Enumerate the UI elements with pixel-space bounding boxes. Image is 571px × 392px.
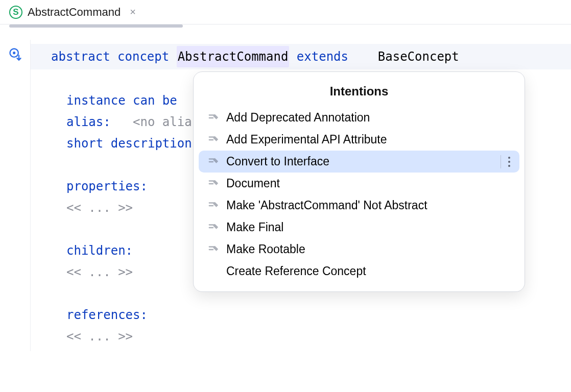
more-options-icon[interactable] — [501, 155, 510, 168]
intention-label: Add Experimental API Attribute — [226, 133, 387, 146]
intention-item[interactable]: Document — [199, 173, 519, 194]
keyword-abstract: abstract — [51, 46, 110, 67]
editor-tab-abstractcommand[interactable]: S AbstractCommand — [9, 0, 121, 24]
intention-item[interactable]: Create Reference Concept — [199, 260, 519, 282]
intention-icon — [208, 134, 219, 145]
intention-label: Convert to Interface — [226, 155, 329, 168]
concept-name[interactable]: AbstractCommand — [177, 46, 290, 67]
intention-item[interactable]: Make Final — [199, 216, 519, 238]
concept-icon: S — [9, 6, 22, 19]
intention-label: Add Deprecated Annotation — [226, 111, 370, 125]
gutter — [0, 40, 31, 351]
intention-label: Make Rootable — [226, 242, 305, 256]
section-references: references: — [66, 304, 571, 326]
tab-title: AbstractCommand — [28, 6, 121, 19]
tab-underline — [9, 24, 183, 28]
keyword-extends: extends — [297, 46, 348, 67]
intention-item[interactable]: Convert to Interface — [199, 151, 519, 173]
intention-bulb-icon[interactable] — [8, 47, 22, 61]
intention-item[interactable]: Add Deprecated Annotation — [199, 107, 519, 129]
concept-declaration-line[interactable]: abstract concept AbstractCommand extends… — [31, 44, 571, 69]
intention-icon — [208, 156, 219, 167]
instance-label: instance can be — [66, 93, 177, 108]
shortdesc-label: short description — [66, 136, 192, 151]
intention-icon — [208, 178, 219, 189]
references-placeholder[interactable]: << ... >> — [66, 326, 571, 347]
intentions-title: Intentions — [199, 84, 519, 99]
intention-item[interactable]: Make Rootable — [199, 238, 519, 260]
keyword-concept: concept — [117, 46, 169, 67]
intentions-popup: Intentions Add Deprecated AnnotationAdd … — [193, 71, 525, 292]
intentions-list: Add Deprecated AnnotationAdd Experimenta… — [199, 107, 519, 282]
alias-label: alias: — [66, 115, 111, 129]
intention-item[interactable]: Add Experimental API Attribute — [199, 129, 519, 151]
intention-label: Make Final — [226, 220, 283, 234]
base-concept[interactable]: BaseConcept — [378, 46, 459, 67]
close-icon[interactable]: × — [128, 4, 138, 20]
intention-label: Create Reference Concept — [226, 264, 366, 278]
intention-label: Document — [226, 177, 280, 190]
intention-item[interactable]: Make 'AbstractCommand' Not Abstract — [199, 194, 519, 216]
intention-icon — [208, 244, 219, 255]
intention-icon — [208, 222, 219, 233]
concept-icon-letter: S — [13, 8, 18, 16]
intention-label: Make 'AbstractCommand' Not Abstract — [226, 199, 427, 212]
intention-icon — [208, 112, 219, 124]
intention-icon — [208, 200, 219, 211]
intention-icon-none — [208, 266, 219, 277]
svg-point-1 — [13, 52, 15, 54]
tab-bar: S AbstractCommand × — [0, 0, 571, 24]
